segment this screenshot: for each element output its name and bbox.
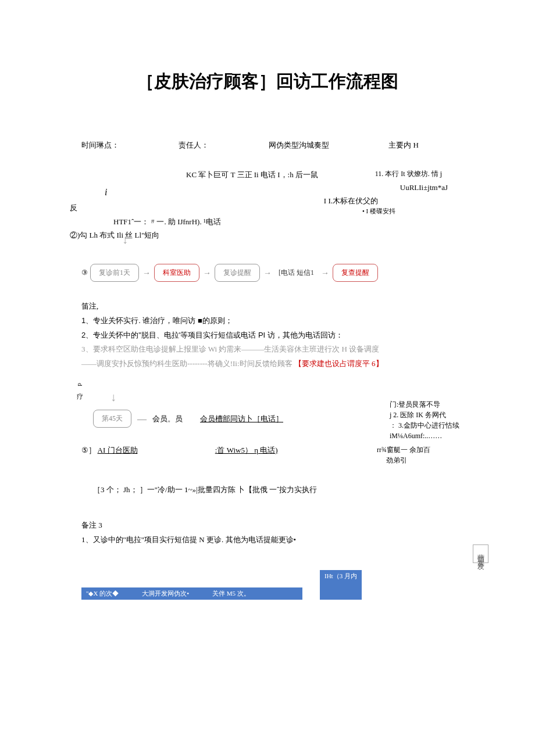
content-block-1: 11. 本行 It 状燎坊. 情 j KC 军卜巨可 T 三正 Ii 电话 I，… [81,168,454,242]
flow-box-day45: 第45天 [93,410,131,428]
arrow-icon: → [203,268,211,278]
notes-block-1: 笛注, 1、专业关怀实行. 谁治疗，唯问访 ■的原则； 2、专业关怀中的"脱目、… [81,299,454,371]
flow-label-visit: 会员槽部同访卜［电话］ [200,414,283,424]
row5-right1: rr¾窗艇一 余加百 [377,445,430,455]
row5-right2: 劲弟引 [386,456,407,465]
note-right-2: UuRLIi±jtm*aJ [400,181,448,194]
row-5: ⑤］ AI 门台医助 :首 Wiw5） η 电话) rr¾窗艇一 余加百 劲弟引 [81,445,454,456]
flow-row-1: ③ 复诊前1天 → 科室医助 → 复诊提醒 → [电话 短信1 → 复查提醒 [81,264,454,282]
row-6: ［3 个； Jh； ］一"冷/助一 1~»|批量四方陈 卜【批俄 一ˆ按力实执行 [93,485,454,495]
footer-col-4: IHt（3 月内 [320,570,362,600]
note-item-3c: 【要求建也设占谓度平 6】 [294,359,383,368]
flow-box-day: 复诊前1天 [90,264,139,282]
notes-block-3: 备注 3 1、又诊中的"电拉"项目实行短信提 N 更诊. 其他为电话提能更诊• [81,518,454,547]
list-item-1: 门:登员艮落不导 [390,399,459,410]
flow-label-phone: [电话 短信1 [279,269,314,277]
header-type: 网伪类型沟城奏型 [269,140,329,151]
notes3-heading: 备注 3 [81,518,454,533]
line-3: 反 [70,201,454,214]
note-item-3b: ——调度安扑反惊预约科生医助--------将确义!Ii:时间反馈给顾客 [81,359,293,368]
header-content: 主要内 H [388,140,419,151]
note-item-2: 2、专业关怀中的"脱目、电拉'等项目实行短信或电话 PI 访，其他为电话回访： [81,328,454,343]
footer-col-3: 关伴 M5 次。 [212,589,250,598]
side-box-marketing: 营销二次开发 [473,544,488,563]
footer-bar: "◆X 的次◆ 大洞开发网伪次• 关伴 M5 次。 [81,587,302,600]
header-time: 时间琳点： [81,140,119,151]
notes3-item-1: 1、又诊中的"电拉"项目实行短信提 N 更诊. 其他为电话提能更诊• [81,533,454,547]
vertical-label: d 疗 [76,383,84,388]
header-row: 时间琳点： 责任人： 网伪类型沟城奏型 主要内 H [81,140,454,151]
notes-heading: 笛注, [81,299,454,314]
line-5: ②)勾 Lh 布式 Ili 丝 Ll"短向 [70,228,454,242]
footer-col-2: 大洞开发网伪次• [142,589,189,598]
note-item-1: 1、专业关怀实行. 谁治疗，唯问访 ■的原则； [81,314,454,328]
note-item-3a: 3、要求科空区助住电诊提解上报里诊 Wi 妁需来———生活美容休主班进行次 H … [81,342,454,357]
line-4: HTF1ˆ一：〃一. 助 IJfnrH). ¹电话 [113,215,454,228]
right-list: 门:登员艮落不导 j 2. 医除 IK 务网代 ： 3.金防中心进行怙续 iM⅛… [390,399,459,441]
row5-mid: :首 Wiw5） η 电话) [215,446,278,454]
flow-number-3: ③ [81,268,88,277]
flow-box-dept: 科室医助 [154,264,199,282]
footer-row: "◆X 的次◆ 大洞开发网伪次• 关伴 M5 次。 IHt（3 月内 [81,570,454,600]
arrow-icon: → [142,268,151,278]
note-right-4: • I 楼碟安抖 [362,206,395,217]
list-item-4: iM⅛A6umf:..…… [390,431,459,441]
arrow-icon: → [263,268,272,278]
note-right-1: 11. 本行 It 状燎坊. 情 j [375,168,442,181]
list-item-3: ： 3.金防中心进行怙续 [390,420,459,431]
list-item-2: j 2. 医除 IK 务网代 [390,410,459,420]
arrow-icon: → [321,268,329,278]
flow-box-check: 复查提醒 [333,264,378,282]
flow-box-remind: 复诊提醒 [215,264,260,282]
flow-label-member: 会员。员 [152,414,183,424]
header-person: 责任人： [179,140,209,151]
page-title: ［皮肤治疗顾客］回访工作流程图 [81,70,454,94]
dash-icon: — [137,414,147,424]
section-2: ↓ 第45天 — 会员。员 会员槽部同访卜［电话］ 门:登员艮落不导 j 2. … [81,390,454,428]
footer-col-1: "◆X 的次◆ [86,589,119,598]
row5-left: AI 门台医助 [98,446,138,454]
row5-num: ⑤］ [81,446,96,454]
